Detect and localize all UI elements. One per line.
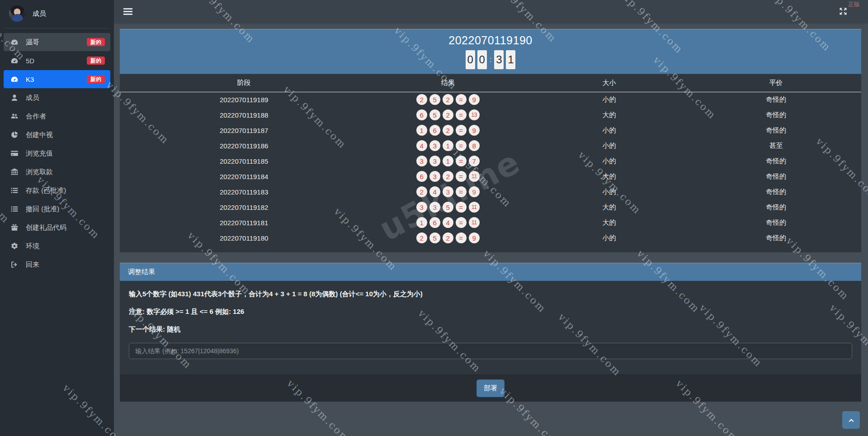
result-input[interactable] — [129, 343, 852, 359]
scroll-top-button[interactable] — [842, 411, 860, 429]
result-cell: 652=13 — [368, 107, 528, 123]
parity-cell: 奇怪的 — [691, 92, 861, 107]
parity-cell: 奇怪的 — [691, 153, 861, 169]
sidebar-item-2[interactable]: 5D新的 — [4, 52, 110, 70]
parity-cell: 奇怪的 — [691, 184, 861, 199]
parity-cell: 奇怪的 — [691, 199, 861, 215]
sidebar-item-7[interactable]: 浏览充值 — [4, 144, 110, 162]
draw-panel: 2022070119190 00:31 — [120, 29, 861, 74]
sidebar-item-label: 浏览取款 — [26, 168, 53, 176]
column-header-1: 阶段 — [120, 74, 368, 92]
column-header-4: 平价 — [691, 74, 861, 92]
countdown-digit: 0 — [477, 50, 487, 69]
result-row: 2022070119189252=9小的奇怪的 — [120, 92, 861, 107]
countdown-digit: 1 — [506, 50, 515, 69]
sidebar-item-8[interactable]: 浏览取款 — [4, 163, 110, 181]
countdown-timer: 00:31 — [466, 50, 516, 69]
tachometer-icon — [10, 57, 19, 65]
result-cell: 252=9 — [368, 230, 528, 246]
sidebar-item-label: 环境 — [26, 242, 39, 251]
sidebar-item-3[interactable]: K3新的 — [4, 70, 110, 88]
tachometer-icon — [10, 38, 19, 46]
result-cell: 431=8 — [368, 138, 528, 153]
sidebar-item-10[interactable]: 撤回 (批准) — [4, 200, 110, 218]
sidebar-item-label: K3 — [26, 76, 34, 83]
content: 2022070119190 00:31 阶段结果大小平价 20220701191… — [114, 23, 868, 402]
dice-ball: 11 — [469, 171, 480, 182]
dice-ball: 6 — [416, 171, 427, 182]
countdown-digit: 0 — [466, 50, 475, 69]
period-cell: 2022070119185 — [120, 153, 368, 169]
parity-cell: 奇怪的 — [691, 123, 861, 138]
period-cell: 2022070119187 — [120, 123, 368, 138]
sidebar-item-label: 创建中视 — [26, 131, 53, 139]
dice-ball: 1 — [443, 140, 453, 151]
sidebar-item-label: 温哥 — [26, 38, 39, 47]
main-area: 2022070119190 00:31 阶段结果大小平价 20220701191… — [114, 0, 868, 436]
sidebar-item-9[interactable]: 存款 (已批准) — [4, 181, 110, 199]
dice-ball: 3 — [429, 171, 440, 182]
dice-ball: 6 — [429, 217, 440, 228]
parity-cell: 奇怪的 — [691, 107, 861, 123]
sidebar-item-11[interactable]: 创建礼品代码 — [4, 218, 110, 237]
sidebar-item-4[interactable]: 成员 — [4, 89, 110, 107]
dice-ball: 11 — [469, 202, 480, 213]
dice-ball: 4 — [443, 217, 453, 228]
parity-cell: 奇怪的 — [691, 215, 861, 230]
sidebar-item-6[interactable]: 创建中视 — [4, 126, 110, 144]
result-row: 2022070119182335=11大的奇怪的 — [120, 199, 861, 215]
column-header-2: 结果 — [368, 74, 528, 92]
result-cell: 162=9 — [368, 123, 528, 138]
current-period: 2022070119190 — [448, 34, 532, 47]
result-row: 2022070119188652=13大的奇怪的 — [120, 107, 861, 123]
dice-ball: 9 — [469, 232, 480, 243]
dice-ball: 2 — [443, 109, 453, 120]
sidebar-item-label: 回来 — [26, 261, 39, 269]
adjust-instruction-line3: 下一个结果: 随机 — [129, 325, 852, 334]
sidebar-profile: 成员 — [0, 0, 114, 26]
sidebar-item-5[interactable]: 合作者 — [4, 107, 110, 125]
dice-ball: 2 — [443, 94, 453, 105]
countdown-digit: 3 — [494, 50, 504, 69]
size-cell: 大的 — [528, 215, 691, 230]
avatar — [9, 5, 25, 22]
results-table: 阶段结果大小平价 2022070119189252=9小的奇怪的20220701… — [120, 74, 861, 246]
dice-ball: = — [456, 109, 467, 120]
bank-icon — [10, 168, 19, 176]
period-cell: 2022070119189 — [120, 92, 368, 107]
dice-ball: 9 — [469, 186, 480, 197]
dice-ball: 1 — [443, 156, 453, 166]
dice-ball: = — [456, 140, 467, 151]
chevron-up-icon — [848, 417, 855, 424]
sidebar-item-label: 5D — [26, 57, 34, 65]
period-cell: 2022070119183 — [120, 184, 368, 199]
deploy-button[interactable]: 部署 — [476, 379, 505, 397]
dice-ball: 9 — [469, 94, 480, 105]
dice-ball: 4 — [429, 186, 440, 197]
dice-ball: = — [456, 171, 467, 182]
dice-ball: 3 — [443, 186, 453, 197]
results-header-row: 阶段结果大小平价 — [120, 74, 861, 92]
dice-ball: 2 — [443, 171, 453, 182]
sidebar-item-1[interactable]: 温哥新的 — [4, 33, 110, 51]
credit-card-icon — [10, 149, 19, 157]
sidebar-item-12[interactable]: 环境 — [4, 237, 110, 255]
sidebar-divider — [4, 28, 110, 28]
users-icon — [10, 112, 19, 120]
dice-ball: 1 — [416, 217, 427, 228]
size-cell: 大的 — [528, 107, 691, 123]
sidebar-item-13[interactable]: 回来 — [4, 256, 110, 274]
dice-ball: 2 — [443, 232, 453, 243]
dice-ball: 8 — [469, 140, 480, 151]
new-badge: 新的 — [87, 38, 105, 46]
dice-ball: 2 — [443, 125, 453, 136]
adjust-card-footer: 部署 — [120, 374, 861, 402]
menu-toggle-icon[interactable] — [123, 7, 132, 16]
dice-ball: = — [456, 94, 467, 105]
result-row: 2022070119184632=11大的奇怪的 — [120, 169, 861, 184]
dice-ball: = — [456, 125, 467, 136]
period-cell: 2022070119186 — [120, 138, 368, 153]
fullscreen-icon[interactable] — [839, 7, 848, 16]
size-cell: 小的 — [528, 230, 691, 246]
result-cell: 632=11 — [368, 169, 528, 184]
